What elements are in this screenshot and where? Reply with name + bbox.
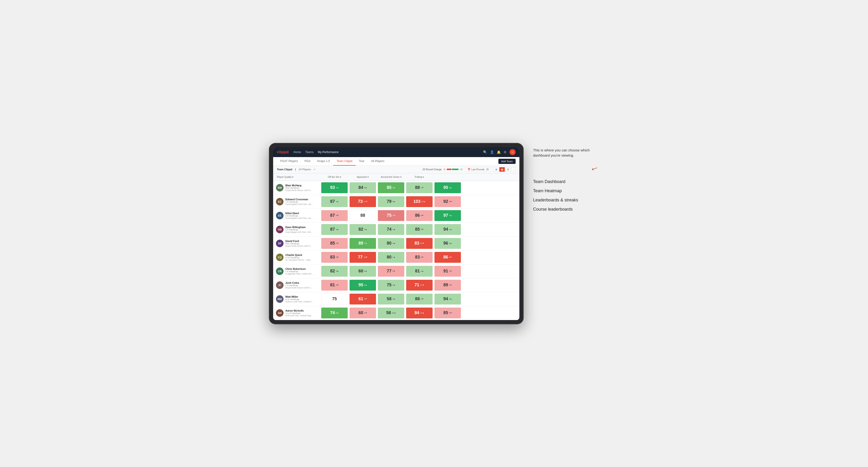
score-value: 80 xyxy=(387,255,392,260)
score-box: 858▲ xyxy=(378,182,404,193)
score-box: 613▼ xyxy=(349,294,376,305)
player-club: Royal North Devon Golf Club, United King… xyxy=(285,189,314,191)
score-value: 95 xyxy=(359,283,363,287)
score-change: 4▲ xyxy=(336,187,339,189)
nav-my-performance[interactable]: My Performance xyxy=(318,151,338,154)
score-cell: 88 xyxy=(349,209,377,222)
player-cell[interactable]: MM Matt Miller 6-10 Handicap Woburn Golf… xyxy=(273,294,320,304)
list-view-button[interactable]: ☰ xyxy=(505,167,511,172)
score-value: 75 xyxy=(387,213,392,218)
player-cell[interactable]: EC Edward Crossman 1-5 Handicap Sunningd… xyxy=(273,196,320,207)
player-avatar: CR xyxy=(276,268,283,275)
score-cell: 752▲ xyxy=(377,278,405,292)
score-cell: 7311▼ xyxy=(349,195,377,209)
score-value: 87 xyxy=(330,199,335,204)
player-handicap: Plus Handicap xyxy=(285,243,314,245)
player-cell[interactable]: AN Aaron Nicholls 11-15 Handicap Drift G… xyxy=(273,308,320,318)
score-box: 897▲ xyxy=(349,238,376,249)
nav-teams[interactable]: Teams xyxy=(305,151,313,154)
score-value: 88 xyxy=(361,213,365,218)
player-handicap: 1-5 Handicap xyxy=(285,284,314,286)
player-club: Royal North Devon Golf Club, United King… xyxy=(285,245,314,247)
player-name: David Ford xyxy=(285,240,314,243)
player-info: Matt Miller 6-10 Handicap Woburn Golf Cl… xyxy=(285,295,314,303)
data-table: Player Quality ▾ Off the Tee ▾ Approach … xyxy=(273,173,519,320)
player-club: Gog Magog Golf Club, United Kingdom xyxy=(285,231,314,233)
edit-icon[interactable]: ✏ xyxy=(314,168,316,171)
player-cell[interactable]: JC Josh Coles 1-5 Handicap Royal North D… xyxy=(273,280,320,290)
score-change: 3▼ xyxy=(364,298,367,300)
score-box: 602▲ xyxy=(349,266,376,277)
score-box: 846▲ xyxy=(349,182,376,193)
settings-icon[interactable]: ⚙ xyxy=(503,150,507,154)
th-off-tee[interactable]: Off the Tee ▾ xyxy=(320,175,349,179)
score-cell: 853▼ xyxy=(320,237,349,250)
score-cell: 874▲ xyxy=(320,223,349,236)
player-cell[interactable]: DF David Ford Plus Handicap Royal North … xyxy=(273,238,320,249)
score-box: 923▼ xyxy=(434,196,461,207)
grid-view-button[interactable]: ⊞ xyxy=(494,167,499,172)
score-change: 3▼ xyxy=(336,215,339,217)
score-change: 4▲ xyxy=(393,298,395,300)
tab-hcaps[interactable]: Hcaps 1-5 xyxy=(314,157,333,165)
tab-team-clippd[interactable]: Team Clippd xyxy=(333,157,356,165)
score-box: 941▲ xyxy=(434,224,461,235)
score-value: 87 xyxy=(330,227,335,232)
player-name: Edward Crossman xyxy=(285,198,314,201)
table-row: JC Josh Coles 1-5 Handicap Royal North D… xyxy=(273,278,519,292)
player-cell[interactable]: CR Chris Robertson 1-5 Handicap Craigmil… xyxy=(273,266,320,276)
player-cell[interactable]: EE Elliot Ebert 1-5 Handicap Sunningdale… xyxy=(273,210,320,221)
tab-pga[interactable]: PGA xyxy=(301,157,314,165)
score-box: 874▲ xyxy=(321,224,348,235)
search-icon[interactable]: 🔍 xyxy=(483,150,487,154)
profile-icon[interactable]: 👤 xyxy=(490,150,494,154)
team-info-bar: Team Clippd | 14 Players ✏ 20 Round Chan… xyxy=(273,166,519,173)
table-row: DF David Ford Plus Handicap Royal North … xyxy=(273,237,519,250)
player-avatar: BM xyxy=(276,184,283,191)
table-header: Player Quality ▾ Off the Tee ▾ Approach … xyxy=(273,173,519,181)
score-box: 871▲ xyxy=(321,196,348,207)
score-cell: 892▼ xyxy=(434,278,462,292)
bell-icon[interactable]: 🔔 xyxy=(497,150,501,154)
bar-green xyxy=(452,168,459,170)
score-box: 752▲ xyxy=(378,280,404,290)
score-change: 11▼ xyxy=(420,284,424,286)
player-cell[interactable]: CQ Charlie Quick 6-10 Handicap St. Georg… xyxy=(273,252,320,262)
heatmap-view-button[interactable]: ▦ xyxy=(499,167,505,172)
tab-all-players[interactable]: All Players xyxy=(368,157,388,165)
th-around-green[interactable]: Around the Green ▾ xyxy=(377,175,405,179)
table-row: EE Elliot Ebert 1-5 Handicap Sunningdale… xyxy=(273,209,519,223)
score-cell: 773▼ xyxy=(377,264,405,278)
score-value: 86 xyxy=(415,213,420,218)
score-change: 3▼ xyxy=(336,284,339,286)
export-button[interactable]: ↓ xyxy=(511,167,516,172)
nav-home[interactable]: Home xyxy=(293,151,301,154)
round-change-bar xyxy=(447,168,459,170)
score-cell: 866▼ xyxy=(405,209,434,222)
player-cell[interactable]: DB Dave Billingham 1-5 Handicap Gog Mago… xyxy=(273,224,320,235)
score-box: 836▼ xyxy=(406,252,433,263)
score-cell: 836▼ xyxy=(405,250,434,264)
sub-nav-tabs: PGAT Players PGA Hcaps 1-5 Team Clippd T… xyxy=(277,157,388,165)
score-box: 88 xyxy=(349,210,376,221)
score-cell: 801▲ xyxy=(377,250,405,264)
score-value: 89 xyxy=(359,241,363,246)
th-approach[interactable]: Approach ▾ xyxy=(349,175,377,179)
score-value: 81 xyxy=(330,283,335,287)
last-rounds-button[interactable]: 📅 Last Rounds: 20 xyxy=(465,167,491,172)
user-avatar[interactable]: U xyxy=(509,149,516,155)
score-cell: 799▲ xyxy=(377,195,405,209)
player-cell[interactable]: BM Blair McHarg Plus Handicap Royal Nort… xyxy=(273,183,320,193)
th-player[interactable]: Player Quality ▾ xyxy=(273,175,320,179)
score-value: 86 xyxy=(443,255,448,260)
tab-pgat-players[interactable]: PGAT Players xyxy=(277,157,301,165)
player-avatar: JC xyxy=(276,281,283,289)
tab-tour[interactable]: Tour xyxy=(356,157,368,165)
score-cell: 923▼ xyxy=(434,195,462,209)
player-handicap: 1-5 Handicap xyxy=(285,228,314,231)
player-info: Elliot Ebert 1-5 Handicap Sunningdale Go… xyxy=(285,212,314,219)
th-putting[interactable]: Putting ▾ xyxy=(405,175,434,179)
score-value: 77 xyxy=(358,255,363,260)
score-value: 82 xyxy=(330,269,335,274)
add-team-button[interactable]: Add Team xyxy=(498,159,516,164)
